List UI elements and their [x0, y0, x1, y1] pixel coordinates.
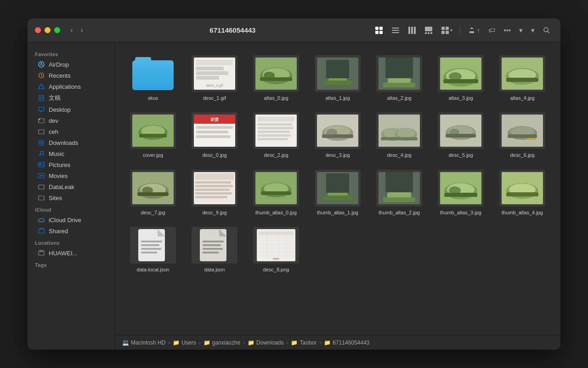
sidebar-item-pictures[interactable]: Pictures [30, 159, 112, 170]
breadcrumb-label: Users [181, 339, 196, 346]
list-item[interactable]: Nike desc_8.png [247, 223, 305, 276]
view-more-button[interactable]: ▾ [438, 24, 455, 36]
sidebar-item-downloads[interactable]: Downloads [30, 137, 112, 148]
list-item[interactable]: desc_3.jpg [309, 109, 367, 162]
svg-rect-9 [414, 27, 416, 34]
list-item[interactable]: skus [124, 52, 182, 105]
share-button[interactable]: ↑ [465, 24, 483, 36]
list-item[interactable]: desc_7.jpg [124, 166, 182, 219]
breadcrumb-item-0[interactable]: 💻 Macintosh HD [122, 339, 165, 346]
svg-point-18 [544, 28, 548, 32]
sidebar-item-music[interactable]: Music [30, 148, 112, 159]
svg-point-34 [42, 154, 44, 155]
breadcrumb-item-4[interactable]: 📁 Taobor [291, 339, 317, 346]
sidebar-item-movies[interactable]: Movies [30, 170, 112, 181]
dataleak-icon [38, 183, 45, 190]
downloads-icon [38, 139, 45, 146]
svg-rect-5 [392, 30, 399, 31]
sidebar-item-recents[interactable]: Recents [30, 70, 112, 81]
file-thumbnail [253, 170, 299, 207]
music-icon [38, 150, 45, 157]
svg-rect-13 [430, 32, 432, 34]
svg-rect-35 [39, 162, 44, 167]
sidebar-item-applications[interactable]: Applications [30, 81, 112, 92]
sidebar-item-sites[interactable]: Sites [30, 192, 112, 203]
file-thumbnail [253, 55, 299, 92]
breadcrumb-item-3[interactable]: 📁 Downloads [248, 339, 283, 346]
list-item[interactable]: thumb_altas_4.jpg [493, 166, 551, 219]
downloads-label: Downloads [49, 139, 78, 146]
minimize-button[interactable] [45, 27, 51, 33]
breadcrumb-item-5[interactable]: 📁 671146054443 [324, 339, 369, 346]
svg-rect-95 [258, 134, 291, 137]
list-item[interactable]: desc_2.jpg [247, 109, 305, 162]
svg-rect-86 [196, 126, 233, 129]
list-item[interactable]: thumb_altas_1.jpg [309, 166, 367, 219]
forward-button[interactable]: › [78, 24, 86, 36]
sidebar-item-desktop[interactable]: Desktop [30, 104, 112, 115]
list-item[interactable]: altas_0.jpg [247, 52, 305, 105]
file-grid: skus desc_1.gif [115, 42, 560, 335]
list-item[interactable]: altas_3.jpg [432, 52, 490, 105]
huawei-label: HUAWEI... [49, 250, 77, 257]
sidebar-item-icloud-drive[interactable]: iCloud Drive [30, 214, 112, 225]
svg-rect-60 [324, 80, 351, 85]
sidebar-item-airdrop[interactable]: AirDrop [30, 59, 112, 70]
view-list-button[interactable] [389, 24, 402, 36]
dev-label: dev [49, 117, 58, 124]
file-name: desc_0.jpg [202, 152, 226, 158]
nav-arrows: ‹ › [68, 24, 86, 36]
list-item[interactable]: desc_5.jpg [432, 109, 490, 162]
svg-rect-133 [195, 189, 230, 191]
close-button[interactable] [35, 27, 41, 33]
svg-rect-166 [141, 244, 159, 246]
list-item[interactable]: thumb_altas_3.jpg [432, 166, 490, 219]
list-item[interactable]: thumb_altas_2.jpg [370, 166, 428, 219]
titlebar: ‹ › 671146054443 [28, 18, 560, 42]
view-gallery-button[interactable] [422, 24, 435, 36]
svg-rect-132 [195, 185, 233, 187]
sidebar-item-dataleak[interactable]: DataLeak [30, 181, 112, 192]
list-item[interactable]: desc_9.jpg [186, 166, 243, 219]
ceh-icon [38, 128, 45, 135]
sort-dropdown-button[interactable]: ▾ [516, 24, 526, 36]
file-name: desc_6.jpg [510, 152, 534, 158]
list-item[interactable]: altas_4.jpg [493, 52, 551, 105]
view-grid-button[interactable] [372, 24, 386, 36]
sidebar-item-dev[interactable]: dev [30, 115, 112, 126]
file-thumbnail [253, 112, 299, 149]
search-button[interactable] [540, 25, 553, 36]
list-item[interactable]: data.json [186, 223, 243, 276]
maximize-button[interactable] [54, 27, 60, 33]
file-thumbnail [315, 170, 361, 207]
back-button[interactable]: ‹ [68, 24, 76, 36]
music-label: Music [49, 150, 64, 157]
dev-icon [38, 117, 45, 124]
sidebar-item-wenzhang[interactable]: 文稿 [30, 92, 112, 104]
svg-text:desc_1.gif: desc_1.gif [206, 83, 223, 87]
list-item[interactable]: desc_4.jpg [370, 109, 428, 162]
svg-rect-88 [196, 135, 231, 138]
list-item[interactable]: altas_2.jpg [370, 52, 428, 105]
list-item[interactable]: desc_1.gif desc_1.gif [186, 52, 243, 105]
list-item[interactable]: data-local.json [124, 223, 182, 276]
list-item[interactable]: altas_1.jpg [309, 52, 367, 105]
group-dropdown-button[interactable]: ▾ [528, 24, 537, 36]
tag-button[interactable]: 🏷 [486, 24, 498, 36]
sidebar-item-huawei[interactable]: HUAWEI... [30, 247, 112, 259]
list-item[interactable]: cover.jpg [124, 109, 182, 162]
list-item[interactable]: 识货 desc_0.jpg [186, 109, 243, 162]
view-columns-button[interactable] [405, 24, 419, 36]
svg-rect-3 [379, 31, 383, 34]
more-actions-button[interactable]: ••• [501, 24, 514, 36]
sites-icon [38, 194, 45, 201]
list-item[interactable]: desc_6.jpg [493, 109, 551, 162]
current-folder-icon: 📁 [324, 339, 331, 346]
sidebar-item-shared[interactable]: Shared [30, 225, 112, 236]
breadcrumb-item-1[interactable]: 📁 Users [173, 339, 196, 346]
file-name: altas_3.jpg [448, 95, 473, 101]
svg-rect-27 [39, 107, 44, 111]
list-item[interactable]: thumb_altas_0.jpg [247, 166, 305, 219]
sidebar-item-ceh[interactable]: ceh [30, 126, 112, 137]
breadcrumb-item-2[interactable]: 📁 ganxiaozhe [204, 339, 240, 346]
